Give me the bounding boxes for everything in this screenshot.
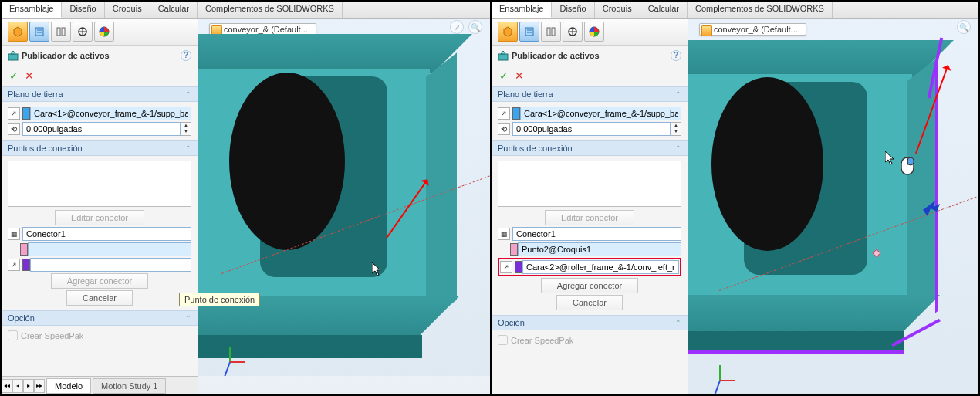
view-tools[interactable]: 🔍 xyxy=(957,20,971,34)
tab-model[interactable]: Modelo xyxy=(46,378,91,394)
zoom-icon[interactable]: 🔍 xyxy=(468,20,482,34)
ground-face-field[interactable] xyxy=(520,107,681,120)
tab-ensamblaje[interactable]: Ensamblaje xyxy=(2,2,62,18)
face-select-icon[interactable] xyxy=(8,107,20,120)
tab-calcular[interactable]: Calcular xyxy=(640,2,688,18)
right-click-hint-icon xyxy=(898,154,917,178)
tab-ensamblaje[interactable]: Ensamblaje xyxy=(492,2,552,18)
face-select-icon[interactable] xyxy=(8,259,20,271)
connection-list[interactable] xyxy=(8,161,191,207)
offset-spinner[interactable]: ▲▼ xyxy=(671,122,681,136)
tab-complementos[interactable]: Complementos de SOLIDWORKS xyxy=(688,2,833,18)
add-connector-button[interactable]: Agregar conector xyxy=(541,278,638,293)
property-panel: Publicador de activos ? ✓ ✕ Plano de tie… xyxy=(492,19,688,394)
drag-arrow-icon xyxy=(920,196,943,219)
svg-rect-17 xyxy=(547,28,550,36)
chevron-up-icon: ⌃ xyxy=(185,144,191,152)
ground-plane-header[interactable]: Plano de tierra⌃ xyxy=(492,86,688,102)
svg-rect-14 xyxy=(525,28,533,36)
property-panel: Publicador de activos ? ✓ ✕ Plano de tie… xyxy=(2,19,198,394)
config-manager-icon[interactable] xyxy=(51,22,71,42)
svg-marker-11 xyxy=(11,51,15,54)
config-manager-icon[interactable] xyxy=(541,22,561,42)
face-color-swatch xyxy=(22,259,30,271)
bottom-tabs: ◂◂◂▸▸▸ Modelo Motion Study 1 xyxy=(2,376,198,394)
svg-marker-0 xyxy=(14,27,22,36)
connection-face-field[interactable] xyxy=(30,258,191,272)
appearance-icon[interactable] xyxy=(584,22,604,42)
connection-face-field[interactable] xyxy=(522,260,679,274)
ok-button[interactable]: ✓ xyxy=(9,69,19,82)
coordinate-triad xyxy=(704,348,742,387)
connector-name-icon[interactable] xyxy=(8,228,20,240)
connection-point-field[interactable] xyxy=(518,242,681,256)
connection-point-field[interactable] xyxy=(28,242,191,256)
speedpak-checkbox[interactable]: Crear SpeedPak xyxy=(498,333,681,347)
feature-tree-icon[interactable] xyxy=(498,22,518,42)
coordinate-triad xyxy=(214,330,252,368)
zoom-fit-icon[interactable]: ⤢ xyxy=(450,20,464,34)
tab-croquis[interactable]: Croquis xyxy=(595,2,640,18)
connection-points-header[interactable]: Puntos de conexión⌃ xyxy=(492,140,688,156)
cancel-button[interactable]: ✕ xyxy=(515,69,524,82)
tab-diseno[interactable]: Diseño xyxy=(552,2,594,18)
property-manager-icon[interactable] xyxy=(519,22,539,42)
ground-offset-field[interactable] xyxy=(512,122,671,136)
help-icon[interactable]: ? xyxy=(181,50,191,61)
feature-tree-icon[interactable] xyxy=(8,22,28,42)
face-select-icon[interactable] xyxy=(500,261,512,273)
appearance-icon[interactable] xyxy=(94,22,114,42)
edit-connector-button: Editar conector xyxy=(545,210,634,225)
tab-calcular[interactable]: Calcular xyxy=(150,2,198,18)
ground-face-field[interactable] xyxy=(30,107,191,120)
connection-points-header[interactable]: Puntos de conexión⌃ xyxy=(2,140,198,156)
asset-publisher-icon xyxy=(498,50,509,61)
feature-tree-tag[interactable]: conveyor_& (Default... xyxy=(699,23,806,36)
offset-spinner[interactable]: ▲▼ xyxy=(181,122,191,136)
chevron-up-icon: ⌃ xyxy=(185,314,191,322)
face-color-swatch xyxy=(22,107,30,120)
speedpak-checkbox[interactable]: Crear SpeedPak xyxy=(8,329,191,342)
tab-complementos[interactable]: Complementos de SOLIDWORKS xyxy=(198,2,343,18)
ground-offset-field[interactable] xyxy=(22,122,181,136)
property-manager-icon[interactable] xyxy=(29,22,49,42)
tab-diseno[interactable]: Diseño xyxy=(62,2,104,18)
connection-list[interactable] xyxy=(498,161,681,207)
chevron-up-icon: ⌃ xyxy=(675,319,681,327)
svg-rect-1 xyxy=(35,28,43,36)
edit-connector-button: Editar conector xyxy=(55,210,144,225)
connector-name-field[interactable] xyxy=(512,227,681,241)
tooltip: Punto de conexión xyxy=(179,293,260,306)
tab-croquis[interactable]: Croquis xyxy=(105,2,150,18)
svg-marker-12 xyxy=(372,262,380,276)
dimxpert-icon[interactable] xyxy=(563,22,583,42)
help-icon[interactable]: ? xyxy=(671,50,681,61)
option-header[interactable]: Opción⌃ xyxy=(492,315,688,330)
svg-rect-28 xyxy=(907,157,914,165)
option-header[interactable]: Opción⌃ xyxy=(2,310,198,326)
ok-button[interactable]: ✓ xyxy=(499,69,509,82)
main-tabs: Ensamblaje Diseño Croquis Calcular Compl… xyxy=(492,2,978,19)
connector-name-field[interactable] xyxy=(22,227,191,241)
cancel-connector-button[interactable]: Cancelar xyxy=(556,295,623,310)
asset-publisher-icon xyxy=(8,50,19,61)
chevron-up-icon: ⌃ xyxy=(675,144,681,152)
main-tabs: Ensamblaje Diseño Croquis Calcular Compl… xyxy=(2,2,490,19)
ground-plane-header[interactable]: Plano de tierra⌃ xyxy=(2,86,198,102)
chevron-up-icon: ⌃ xyxy=(675,90,681,98)
dimxpert-icon[interactable] xyxy=(73,22,93,42)
svg-rect-10 xyxy=(8,54,18,60)
offset-icon[interactable] xyxy=(498,123,510,135)
face-select-icon[interactable] xyxy=(498,107,510,120)
tab-motion[interactable]: Motion Study 1 xyxy=(93,378,166,394)
zoom-icon[interactable]: 🔍 xyxy=(957,20,971,34)
view-tools[interactable]: ⤢🔍 xyxy=(450,20,482,34)
tab-nav[interactable]: ◂◂◂▸▸▸ xyxy=(2,379,45,393)
cancel-connector-button[interactable]: Cancelar xyxy=(66,290,133,306)
add-connector-button: Agregar conector xyxy=(51,273,148,289)
connector-name-icon[interactable] xyxy=(498,228,510,240)
cancel-button[interactable]: ✕ xyxy=(25,69,34,82)
offset-icon[interactable] xyxy=(8,123,20,135)
panel-toolbar xyxy=(492,19,688,46)
panel-title: Publicador de activos xyxy=(512,51,600,60)
